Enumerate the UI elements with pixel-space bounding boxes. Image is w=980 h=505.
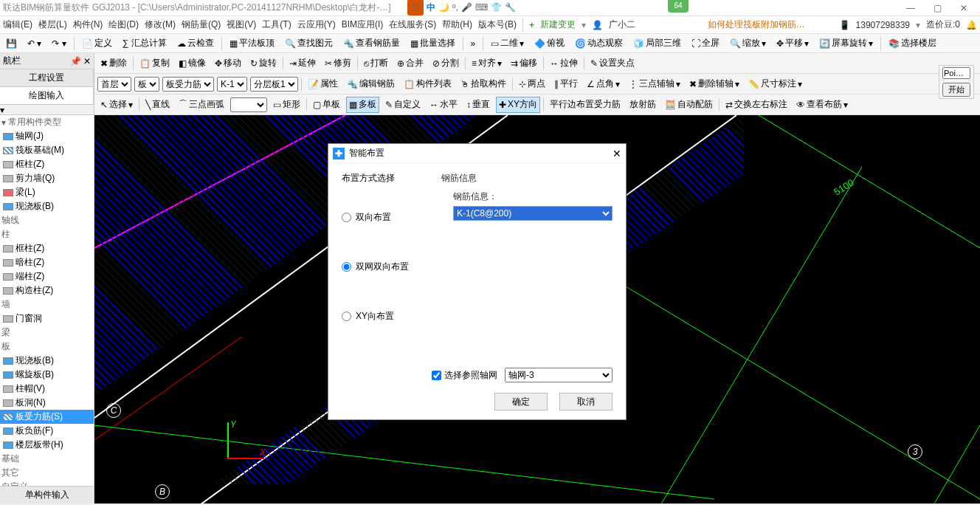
tree-item-beam[interactable]: 梁(L) bbox=[0, 185, 94, 199]
component-tree[interactable]: ▾ 常用构件类型 轴网(J) 筏板基础(M) 框柱(Z) 剪力墙(Q) 梁(L)… bbox=[0, 115, 94, 486]
tree-item-slab[interactable]: 现浇板(B) bbox=[0, 199, 94, 213]
find-element-button[interactable]: 🔍查找图元 bbox=[282, 35, 336, 52]
start-button[interactable]: 开始 bbox=[942, 83, 970, 97]
ok-button[interactable]: 确定 bbox=[494, 393, 548, 410]
undo-button[interactable]: ↶ ▾ bbox=[24, 35, 44, 52]
radio-double-net[interactable]: 双网双向布置 bbox=[342, 261, 427, 273]
tree-cat-beam[interactable]: 梁 bbox=[0, 326, 94, 340]
rect-tool[interactable]: ▭矩形 bbox=[270, 97, 303, 113]
category-select[interactable]: 板 bbox=[134, 77, 159, 92]
tree-item-shear-wall[interactable]: 剪力墙(Q) bbox=[0, 171, 94, 185]
floor-select[interactable]: 首层 bbox=[97, 77, 131, 92]
mirror-button[interactable]: ◧镜像 bbox=[176, 55, 209, 72]
tree-item-spiralslab[interactable]: 螺旋板(B) bbox=[0, 368, 94, 382]
menu-cloud[interactable]: 云应用(Y) bbox=[297, 18, 336, 31]
tree-item-opening[interactable]: 门窗洞 bbox=[0, 312, 94, 326]
set-grip-button[interactable]: ✎设置夹点 bbox=[587, 55, 638, 72]
tree-item-floor-strip[interactable]: 楼层板带(H) bbox=[0, 438, 94, 452]
tree-cat-board[interactable]: 板 bbox=[0, 340, 94, 354]
local-3d-button[interactable]: 🧊局部三维 bbox=[630, 35, 684, 52]
more-button[interactable]: » bbox=[468, 35, 479, 52]
tree-item-framecol2[interactable]: 框柱(Z) bbox=[0, 241, 94, 255]
select-layer-button[interactable]: 📚选择楼层 bbox=[886, 35, 939, 52]
ref-axis-select[interactable]: 轴网-3 bbox=[505, 368, 612, 382]
tab-project-settings[interactable]: 工程设置 bbox=[0, 69, 94, 86]
tree-item-frame-col[interactable]: 框柱(Z) bbox=[0, 157, 94, 171]
dialog-close-button[interactable]: ✕ bbox=[612, 148, 621, 159]
tree-item-slabhole[interactable]: 板洞(N) bbox=[0, 396, 94, 410]
menu-online[interactable]: 在线服务(S) bbox=[389, 18, 436, 31]
xy-dir[interactable]: ✚XY方向 bbox=[496, 97, 540, 113]
single-board[interactable]: ▢单板 bbox=[310, 97, 343, 113]
extend-button[interactable]: ⇥延伸 bbox=[286, 55, 319, 72]
offset-button[interactable]: ⇉偏移 bbox=[508, 55, 540, 72]
tree-cat-found[interactable]: 基础 bbox=[0, 452, 94, 466]
pick-button[interactable]: 🖱拾取构件 bbox=[458, 76, 509, 92]
stretch-button[interactable]: ↔拉伸 bbox=[547, 55, 581, 72]
batch-select-button[interactable]: ▦批量选择 bbox=[407, 35, 458, 52]
menu-bim[interactable]: BIM应用(I) bbox=[342, 18, 384, 31]
parallel-button[interactable]: ∥平行 bbox=[551, 76, 581, 92]
bell-icon[interactable]: 🔔 bbox=[966, 20, 977, 30]
redo-button[interactable]: ↷ ▾ bbox=[49, 35, 69, 52]
select-tool[interactable]: ↖选择▾ bbox=[97, 97, 136, 113]
radial-rebar[interactable]: 放射筋 bbox=[627, 97, 659, 113]
view-layout[interactable]: 👁查看布筋▾ bbox=[793, 97, 851, 113]
member-list-button[interactable]: 📋构件列表 bbox=[401, 76, 455, 92]
menu-help[interactable]: 帮助(H) bbox=[442, 18, 472, 31]
swap-lr[interactable]: ⇄交换左右标注 bbox=[722, 97, 790, 113]
layer-select[interactable]: 分层板1 bbox=[250, 77, 298, 92]
tree-item-axis-grid[interactable]: 轴网(J) bbox=[0, 129, 94, 143]
shape-select[interactable] bbox=[230, 97, 267, 112]
cancel-button[interactable]: 取消 bbox=[559, 393, 612, 410]
custom-board[interactable]: ✎自定义 bbox=[382, 97, 424, 113]
break-button[interactable]: ⎋打断 bbox=[361, 55, 391, 72]
vert-dir[interactable]: ↕垂直 bbox=[463, 97, 493, 113]
ime-tool-icon[interactable]: 🔧 bbox=[505, 2, 516, 13]
three-axis-button[interactable]: ⋮三点辅轴▾ bbox=[626, 76, 683, 92]
new-change[interactable]: 新建变更 bbox=[540, 18, 576, 31]
menu-edit[interactable]: 编辑(E) bbox=[3, 18, 32, 31]
tree-item-constrcol[interactable]: 构造柱(Z) bbox=[0, 284, 94, 298]
merge-button[interactable]: ⊕合并 bbox=[394, 55, 427, 72]
tree-item-raft[interactable]: 筏板基础(M) bbox=[0, 143, 94, 157]
radio-bidir[interactable]: 双向布置 bbox=[342, 211, 427, 224]
2d-button[interactable]: ▭二维▾ bbox=[488, 35, 527, 52]
menu-member[interactable]: 构件(N) bbox=[73, 18, 103, 31]
menu-floor[interactable]: 楼层(L) bbox=[38, 18, 67, 31]
user-name[interactable]: 广小二 bbox=[609, 18, 635, 31]
ref-axis-checkbox[interactable]: 选择参照轴网 bbox=[432, 369, 497, 382]
tree-item-colcap[interactable]: 柱帽(V) bbox=[0, 382, 94, 396]
horiz-dir[interactable]: ↔水平 bbox=[427, 97, 460, 113]
close-button[interactable]: ✕ bbox=[950, 3, 977, 13]
cloud-check-button[interactable]: ☁云检查 bbox=[174, 35, 217, 52]
menu-draw[interactable]: 绘图(D) bbox=[108, 18, 139, 31]
tree-item-endcol[interactable]: 端柱(Z) bbox=[0, 269, 94, 284]
tree-common-header[interactable]: ▾ 常用构件类型 bbox=[0, 115, 94, 129]
ime-person-icon[interactable]: 👕 bbox=[491, 2, 502, 13]
tab-single-input[interactable]: 单构件输入 bbox=[0, 486, 94, 504]
pan-button[interactable]: ✥平移▾ bbox=[773, 35, 812, 52]
tree-cat-column[interactable]: 柱 bbox=[0, 227, 94, 241]
steel-info-select[interactable]: K-1(C8@200) bbox=[453, 206, 612, 221]
edit-steel-button[interactable]: 🔩编辑钢筋 bbox=[344, 76, 398, 92]
dim-mark-button[interactable]: 📏尺寸标注▾ bbox=[745, 76, 805, 92]
rotate-button[interactable]: ↻旋转 bbox=[247, 55, 280, 72]
tree-item-hiddencol[interactable]: 暗柱(Z) bbox=[0, 255, 94, 269]
tab-draw-input[interactable]: 绘图输入 bbox=[0, 87, 94, 104]
multi-board[interactable]: ▦多板 bbox=[346, 97, 379, 113]
menu-view[interactable]: 视图(V) bbox=[227, 18, 256, 31]
menu-modify[interactable]: 修改(M) bbox=[145, 18, 176, 31]
ime-keyboard-icon[interactable]: ⌨ bbox=[475, 2, 488, 13]
dialog-title-bar[interactable]: ✚ 智能布置 ✕ bbox=[328, 144, 626, 163]
align-button[interactable]: ≡对齐▾ bbox=[469, 55, 505, 72]
menu-steel[interactable]: 钢筋量(Q) bbox=[182, 18, 221, 31]
tree-item-slab-neg[interactable]: 板负筋(F) bbox=[0, 424, 94, 438]
two-point-button[interactable]: ⊹两点 bbox=[516, 76, 548, 92]
ime-moon-icon[interactable]: 🌙 bbox=[438, 2, 449, 13]
item-select[interactable]: K-1 bbox=[217, 77, 247, 92]
ime-mic-icon[interactable]: 🎤 bbox=[461, 2, 472, 13]
subcat-select[interactable]: 板受力筋 bbox=[162, 77, 214, 92]
move-button[interactable]: ✥移动 bbox=[212, 55, 244, 72]
view-steel-button[interactable]: 🔩查看钢筋量 bbox=[340, 35, 403, 52]
